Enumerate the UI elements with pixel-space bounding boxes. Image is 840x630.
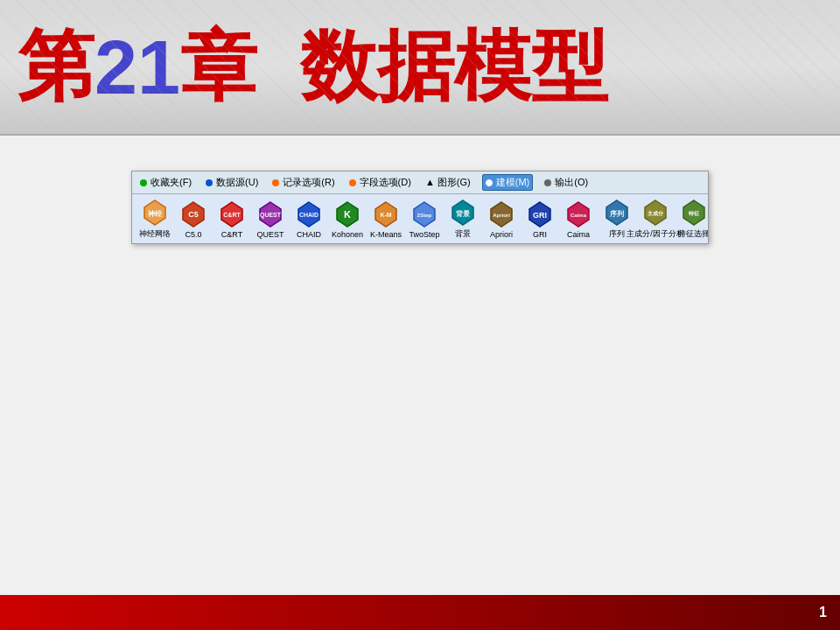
tool-gri[interactable]: GRI GRI — [522, 200, 557, 239]
tool-c50-name: C5.0 — [176, 230, 211, 239]
tool-twostep[interactable]: 2Step TwoStep — [407, 200, 442, 239]
dot-output — [544, 179, 551, 186]
tool-chaid[interactable]: CHAID CHAID — [291, 200, 326, 239]
menu-records[interactable]: 记录选项(R) — [270, 175, 337, 190]
tool-feature[interactable]: 特征 特征选择 — [676, 198, 708, 240]
svg-text:神经: 神经 — [147, 209, 163, 218]
svg-text:CHAID: CHAID — [299, 212, 318, 218]
tool-quest[interactable]: QUEST QUEST — [253, 200, 288, 239]
tool-c50[interactable]: C5 C5.0 — [176, 200, 211, 239]
menu-graph[interactable]: ▲ 图形(G) — [423, 175, 473, 190]
dot-records — [272, 179, 279, 186]
tool-quest-name: QUEST — [253, 230, 288, 239]
tool-pca-name: 主成分/因子分析 — [626, 228, 684, 240]
tool-twostep-name: TwoStep — [407, 230, 442, 239]
page-number: 1 — [819, 605, 827, 620]
svg-text:C&RT: C&RT — [223, 212, 241, 218]
svg-text:特征: 特征 — [688, 210, 700, 216]
header: 第 21 章 数据模型 — [0, 0, 840, 136]
chaid-icon: CHAID — [294, 200, 324, 229]
menu-datasource[interactable]: 数据源(U) — [203, 175, 261, 190]
menu-fields[interactable]: 字段选项(D) — [346, 175, 414, 190]
tool-cart-name: C&RT — [214, 230, 249, 239]
menu-fields-label: 字段选项(D) — [360, 176, 411, 189]
tool-neural-name: 神经网络 — [137, 228, 172, 240]
tool-feature-name: 特征选择 — [676, 228, 708, 240]
tool-gri-name: GRI — [522, 230, 557, 239]
tool-kohonen[interactable]: K Kohonen — [330, 200, 365, 239]
bottom-bar: 1 — [0, 595, 840, 630]
svg-text:序列: 序列 — [610, 209, 624, 218]
kmeans-icon: K-M — [371, 200, 401, 229]
gri-icon: GRI — [525, 200, 555, 229]
neural-network-icon: 神经 — [140, 198, 170, 228]
pca-icon: 主成分 — [640, 198, 670, 228]
c50-icon: C5 — [178, 200, 208, 229]
caima-icon: Caima — [564, 200, 593, 229]
twostep-icon: 2Step — [410, 200, 439, 229]
quest-icon: QUEST — [256, 200, 285, 229]
apriori-icon: Apriori — [486, 200, 516, 229]
svg-text:背景: 背景 — [455, 210, 470, 218]
tool-cart[interactable]: C&RT C&RT — [214, 200, 249, 239]
svg-text:Apriori: Apriori — [493, 213, 510, 218]
bg-icon: 背景 — [448, 198, 478, 228]
main-content: 收藏夹(F) 数据源(U) 记录选项(R) 字段选项(D) ▲ 图形(G) 建模… — [0, 136, 840, 595]
sequence-icon: 序列 — [602, 198, 632, 228]
svg-text:K: K — [344, 209, 351, 220]
svg-text:K-M: K-M — [380, 212, 391, 218]
menu-datasource-label: 数据源(U) — [216, 176, 258, 189]
tool-bg-name: 背景 — [445, 228, 480, 240]
svg-text:C5: C5 — [188, 210, 199, 219]
tool-kohonen-name: Kohonen — [330, 230, 365, 239]
svg-text:QUEST: QUEST — [260, 212, 282, 219]
menu-output[interactable]: 输出(O) — [542, 175, 591, 190]
tool-chaid-name: CHAID — [291, 230, 326, 239]
dot-datasource — [206, 179, 213, 186]
menu-favorites-label: 收藏夹(F) — [150, 176, 192, 189]
tool-pca[interactable]: 主成分 主成分/因子分析 — [638, 198, 673, 240]
title-main: 数据模型 — [257, 15, 608, 119]
tool-apriori[interactable]: Apriori Apriori — [484, 200, 519, 239]
tool-kmeans-name: K-Means — [368, 230, 403, 239]
title-chapter2: 章 — [180, 15, 257, 119]
menu-model[interactable]: 建模(M) — [482, 174, 534, 191]
svg-text:Caima: Caima — [570, 213, 587, 218]
tool-caima-name: Caima — [561, 230, 596, 239]
svg-text:GRI: GRI — [533, 211, 547, 220]
toolbar-menubar: 收藏夹(F) 数据源(U) 记录选项(R) 字段选项(D) ▲ 图形(G) 建模… — [132, 172, 708, 194]
tool-kmeans[interactable]: K-M K-Means — [368, 200, 403, 239]
feature-icon: 特征 — [679, 198, 708, 228]
svg-text:2Step: 2Step — [417, 213, 432, 218]
menu-graph-label: ▲ 图形(G) — [425, 176, 471, 189]
toolbar-container: 收藏夹(F) 数据源(U) 记录选项(R) 字段选项(D) ▲ 图形(G) 建模… — [131, 171, 709, 244]
dot-fields — [349, 179, 356, 186]
tool-neural-network[interactable]: 神经 神经网络 — [137, 198, 172, 240]
tool-apriori-name: Apriori — [484, 230, 519, 239]
dot-model — [486, 179, 493, 186]
kohonen-icon: K — [332, 200, 362, 229]
menu-output-label: 输出(O) — [555, 176, 588, 189]
tool-caima[interactable]: Caima Caima — [561, 200, 596, 239]
title-num: 21 — [94, 23, 180, 112]
tool-bg[interactable]: 背景 背景 — [445, 198, 480, 240]
menu-records-label: 记录选项(R) — [283, 176, 334, 189]
menu-favorites[interactable]: 收藏夹(F) — [137, 175, 194, 190]
title-container: 第 21 章 数据模型 — [18, 15, 608, 119]
dot-favorites — [140, 179, 147, 186]
svg-text:主成分: 主成分 — [648, 210, 664, 216]
toolbar-icons: 神经 神经网络 C5 C5.0 — [132, 194, 708, 243]
cart-icon: C&RT — [217, 200, 247, 229]
menu-model-label: 建模(M) — [496, 176, 530, 189]
title-chapter: 第 — [18, 15, 94, 119]
